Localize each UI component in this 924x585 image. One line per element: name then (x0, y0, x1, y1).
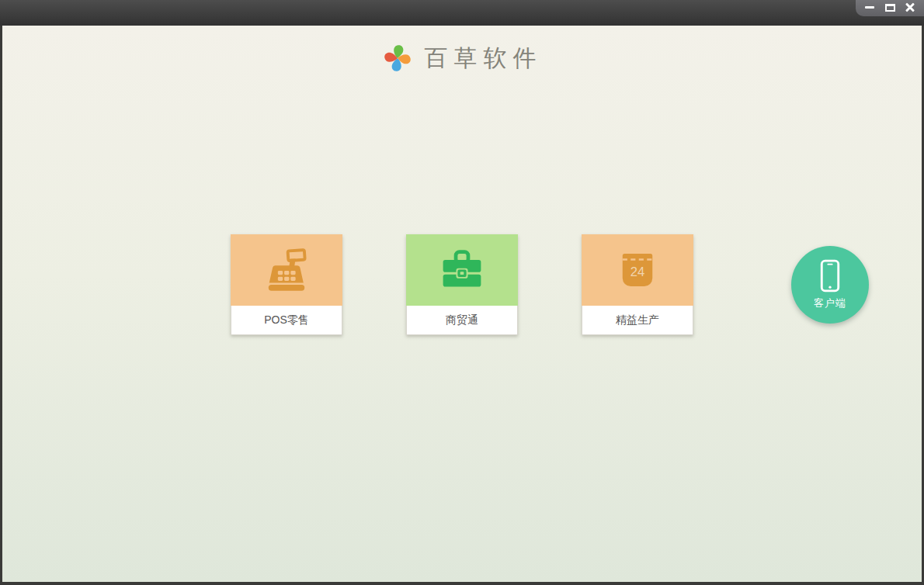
maximize-icon (885, 4, 895, 12)
product-card-label: 商贸通 (406, 306, 518, 335)
smartphone-icon (820, 259, 840, 292)
briefcase-icon (439, 247, 485, 293)
product-card-pos[interactable]: POS零售 (231, 234, 342, 335)
client-button-label: 客户端 (814, 296, 846, 310)
product-card-production[interactable]: 24 精益生产 (582, 234, 693, 335)
calendar-icon: 24 (616, 248, 659, 292)
product-card-trade[interactable]: 商贸通 (406, 234, 518, 335)
cash-register-icon (262, 246, 311, 294)
titlebar[interactable] (0, 0, 924, 26)
client-button[interactable]: 客户端 (791, 246, 869, 324)
product-card-label: 精益生产 (582, 306, 693, 335)
product-card-icon-area: 24 (582, 234, 693, 306)
minimize-icon (865, 6, 874, 9)
close-button[interactable] (903, 2, 917, 14)
product-card-label: POS零售 (231, 306, 342, 335)
maximize-button[interactable] (883, 2, 897, 14)
pinwheel-logo-icon (382, 43, 413, 74)
product-card-icon-area (406, 234, 518, 306)
window-controls (856, 0, 924, 16)
main-content: 百草软件 POS零售 (2, 26, 922, 582)
app-title: 百草软件 (425, 43, 543, 74)
product-card-icon-area (231, 234, 342, 306)
app-window: 百草软件 POS零售 (0, 0, 924, 585)
brand-header: 百草软件 (2, 43, 922, 74)
calendar-day-text: 24 (630, 265, 644, 279)
minimize-button[interactable] (863, 2, 877, 14)
